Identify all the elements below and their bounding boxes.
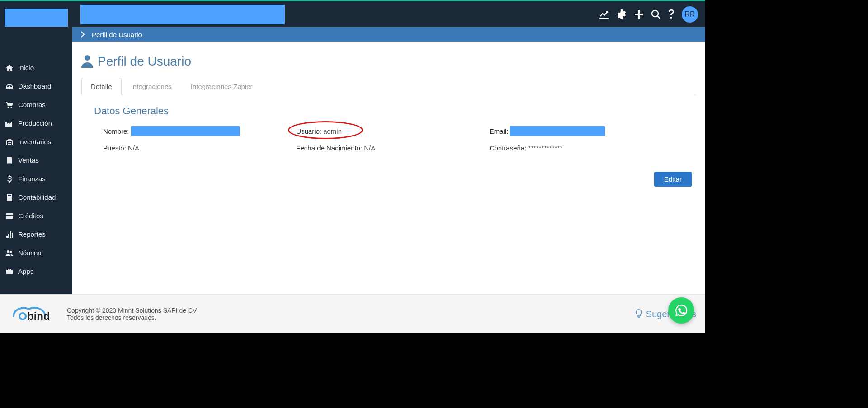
footer: bind Copyright © 2023 Minnt Solutions SA…: [0, 294, 705, 333]
nav-label: Créditos: [18, 212, 43, 220]
field-fecha-nacimiento: Fecha de Nacimiento: N/A: [296, 144, 485, 152]
field-value: *************: [528, 144, 562, 152]
footer-copyright-1: Copyright © 2023 Minnt Solutions SAPI de…: [67, 307, 197, 314]
card-icon: [5, 213, 14, 219]
section-title: Datos Generales: [94, 105, 696, 117]
plus-icon[interactable]: [634, 9, 644, 19]
avatar[interactable]: RR: [682, 6, 698, 23]
header-actions: RR: [599, 6, 701, 23]
calculator-icon: [5, 194, 14, 201]
whatsapp-fab[interactable]: [668, 297, 694, 324]
svg-text:bind: bind: [27, 310, 50, 322]
nav-item-dashboard[interactable]: Dashboard: [0, 77, 72, 95]
nav-item-inventarios[interactable]: Inventarios: [0, 132, 72, 151]
nav-item-apps[interactable]: Apps: [0, 262, 72, 281]
field-value-redacted: [131, 126, 240, 136]
home-icon: [5, 65, 14, 71]
main-content: Perfil de Usuario Detalle Integraciones …: [72, 42, 705, 294]
nav-item-finanzas[interactable]: Finanzas: [0, 169, 72, 188]
warehouse-icon: [5, 139, 14, 145]
fields-grid: Nombre: Usuario: admin Email: Puesto: N/…: [103, 126, 678, 152]
header-company-block: [80, 5, 285, 24]
chart-icon[interactable]: [599, 10, 609, 19]
avatar-initials: RR: [684, 10, 695, 19]
nav-item-produccion[interactable]: Producción: [0, 114, 72, 132]
help-icon[interactable]: [668, 9, 675, 19]
footer-text: Copyright © 2023 Minnt Solutions SAPI de…: [67, 307, 197, 321]
field-value: N/A: [364, 144, 375, 152]
sidebar-logo: [5, 9, 68, 27]
field-usuario: Usuario: admin: [296, 126, 485, 136]
breadcrumb: Perfil de Usuario: [72, 27, 705, 42]
search-icon[interactable]: [651, 9, 661, 19]
nav-item-contabilidad[interactable]: Contabilidad: [0, 188, 72, 206]
briefcase-icon: [5, 269, 14, 274]
bars-icon: [5, 231, 14, 238]
cart-icon: [5, 102, 14, 108]
tab-detalle[interactable]: Detalle: [81, 78, 122, 95]
field-value: N/A: [128, 144, 139, 152]
field-label: Usuario:: [296, 127, 321, 135]
nav-item-reportes[interactable]: Reportes: [0, 225, 72, 244]
users-icon: [5, 250, 14, 256]
nav-label: Dashboard: [18, 82, 51, 90]
chevron-right-icon: [80, 31, 85, 38]
tabs: Detalle Integraciones Integraciones Zapi…: [81, 78, 696, 95]
nav-label: Ventas: [18, 156, 39, 164]
tab-integraciones[interactable]: Integraciones: [122, 78, 181, 95]
sidebar: Inicio Dashboard Compras Producción Inve…: [0, 1, 72, 295]
field-value: admin: [323, 127, 342, 135]
nav-item-compras[interactable]: Compras: [0, 95, 72, 114]
field-label: Contraseña:: [490, 144, 527, 152]
header: RR: [72, 1, 705, 27]
lightbulb-icon: [635, 309, 642, 319]
field-puesto: Puesto: N/A: [103, 144, 292, 152]
nav-item-ventas[interactable]: Ventas: [0, 151, 72, 169]
nav-label: Apps: [18, 267, 33, 275]
svg-point-0: [652, 10, 658, 17]
footer-copyright-2: Todos los derechos reservados.: [67, 314, 197, 321]
nav-label: Contabilidad: [18, 193, 56, 201]
field-nombre: Nombre:: [103, 126, 292, 136]
field-label: Nombre:: [103, 127, 129, 135]
nav-label: Inventarios: [18, 138, 51, 145]
nav-label: Producción: [18, 119, 52, 127]
dollar-icon: [5, 175, 14, 183]
field-contrasena: Contraseña: *************: [490, 144, 678, 152]
nav-label: Compras: [18, 101, 46, 108]
page-title-text: Perfil de Usuario: [98, 54, 191, 69]
page-title: Perfil de Usuario: [81, 54, 696, 69]
actions-row: Editar: [81, 172, 692, 187]
nav-item-nomina[interactable]: Nómina: [0, 244, 72, 262]
whatsapp-icon: [674, 303, 689, 318]
nav-label: Nómina: [18, 249, 42, 257]
nav-item-inicio[interactable]: Inicio: [0, 58, 72, 77]
field-label: Email:: [490, 127, 509, 135]
field-label: Puesto:: [103, 144, 126, 152]
nav-label: Finanzas: [18, 175, 46, 183]
svg-point-1: [19, 313, 26, 319]
user-icon: [81, 55, 93, 68]
nav-label: Reportes: [18, 230, 46, 238]
factory-icon: [5, 120, 14, 127]
gauge-icon: [5, 83, 14, 89]
gear-icon[interactable]: [617, 9, 627, 19]
field-label: Fecha de Nacimiento:: [296, 144, 362, 152]
nav-item-creditos[interactable]: Créditos: [0, 206, 72, 225]
field-email: Email:: [490, 126, 678, 136]
breadcrumb-title: Perfil de Usuario: [92, 31, 142, 38]
edit-button[interactable]: Editar: [654, 172, 692, 187]
nav-label: Inicio: [18, 64, 34, 71]
footer-logo: bind: [9, 303, 59, 325]
field-value-redacted: [510, 126, 605, 136]
tab-integraciones-zapier[interactable]: Integraciones Zapier: [181, 78, 262, 95]
receipt-icon: [5, 157, 14, 164]
